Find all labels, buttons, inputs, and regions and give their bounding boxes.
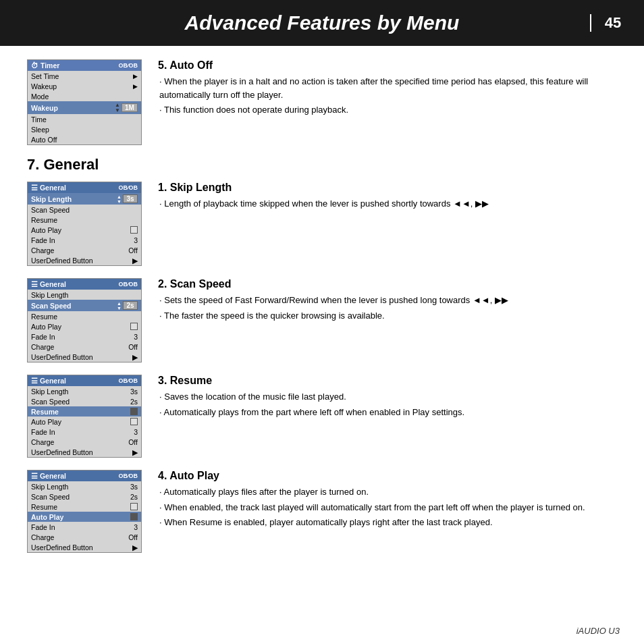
skip-length-device: ☰ General OB∕OB Skip Length ▲▼ 3s Scan S… — [27, 182, 142, 266]
scan-speed-bullet-2: · The faster the speed is the quicker br… — [158, 309, 617, 323]
resume-row-charge: ChargeOff — [28, 437, 141, 447]
scan-speed-device: ☰ General OB∕OB Skip Length Scan Speed ▲… — [27, 278, 142, 363]
scan-speed-row-scan: Scan Speed ▲▼ 2s — [28, 300, 141, 311]
scan-speed-title: 2. Scan Speed — [158, 278, 617, 290]
autoplay-bullet-3: · When Resume is enabled, player automat… — [158, 516, 617, 529]
resume-header: ☰ General OB∕OB — [28, 375, 141, 386]
timer-row-wakeup-time: Wakeup ▲▼ 1M — [28, 101, 141, 114]
skip-length-row-resume: Resume — [28, 215, 141, 225]
page-number: 45 — [590, 14, 624, 32]
scan-speed-row-charge: ChargeOff — [28, 342, 141, 352]
timer-row-wakeup1: Wakeup ▶ — [28, 81, 141, 91]
autooff-bullet-2: · This function does not operate during … — [158, 103, 617, 117]
timer-row-mode: Mode — [28, 91, 141, 101]
scan-speed-row-fadein: Fade In3 — [28, 331, 141, 342]
autoplay-row-scan: Scan Speed2s — [28, 491, 141, 502]
autooff-section: ⏱ Timer OB∕OB Set Time ▶ Wakeup ▶ Mode W… — [27, 59, 617, 145]
autooff-text: 5. Auto Off · When the player is in a ha… — [158, 59, 617, 119]
scan-speed-section: ☰ General OB∕OB Skip Length Scan Speed ▲… — [27, 278, 617, 363]
skip-length-title: 1. Skip Length — [158, 182, 617, 194]
autoplay-row-autoplay: Auto Play — [28, 512, 141, 522]
main-content: ⏱ Timer OB∕OB Set Time ▶ Wakeup ▶ Mode W… — [0, 46, 644, 579]
autoplay-header: ☰ General OB∕OB — [28, 471, 141, 481]
timer-row-time: Time — [28, 114, 141, 124]
autoplay-bullet-2: · When enabled, the track last played wi… — [158, 501, 617, 514]
footer-brand: iAUDIO U3 — [576, 626, 620, 636]
scan-speed-row-skip: Skip Length — [28, 290, 141, 300]
autoplay-device: ☰ General OB∕OB Skip Length3s Scan Speed… — [27, 470, 142, 553]
resume-row-userbtn: UserDefined Button▶ — [28, 447, 141, 457]
resume-device: ☰ General OB∕OB Skip Length3s Scan Speed… — [27, 375, 142, 458]
timer-header: ⏱ Timer OB∕OB — [28, 60, 141, 71]
resume-bullet-2: · Automatically plays from the part wher… — [158, 406, 617, 419]
skip-length-row-skip: Skip Length ▲▼ 3s — [28, 193, 141, 205]
autooff-bullet-1: · When the player is in a halt and no ac… — [158, 75, 617, 101]
skip-length-header: ☰ General OB∕OB — [28, 182, 141, 193]
autoplay-row-fadein: Fade In3 — [28, 522, 141, 532]
resume-row-fadein: Fade In3 — [28, 427, 141, 437]
skip-length-row-autoplay: Auto Play — [28, 225, 141, 235]
resume-row-autoplay: Auto Play — [28, 417, 141, 427]
resume-section: ☰ General OB∕OB Skip Length3s Scan Speed… — [27, 375, 617, 458]
timer-row-sleep: Sleep — [28, 124, 141, 134]
skip-length-row-userbtn: UserDefined Button▶ — [28, 255, 141, 265]
autoplay-row-resume: Resume — [28, 502, 141, 512]
skip-length-section: ☰ General OB∕OB Skip Length ▲▼ 3s Scan S… — [27, 182, 617, 266]
resume-text: 3. Resume · Saves the location of the mu… — [158, 375, 617, 421]
autoplay-bullet-1: · Automatically plays files after the pl… — [158, 485, 617, 499]
scan-speed-text: 2. Scan Speed · Sets the speed of Fast F… — [158, 278, 617, 324]
autoplay-row-skip: Skip Length3s — [28, 481, 141, 491]
skip-length-row-fadein: Fade In3 — [28, 235, 141, 245]
autoplay-title: 4. Auto Play — [158, 470, 617, 482]
general-subsections: ☰ General OB∕OB Skip Length ▲▼ 3s Scan S… — [27, 182, 617, 553]
timer-header-label: ⏱ Timer — [31, 61, 59, 70]
timer-row-autooff: Auto Off — [28, 134, 141, 144]
resume-title: 3. Resume — [158, 375, 617, 387]
resume-bullet-1: · Saves the location of the music file l… — [158, 390, 617, 404]
skip-length-row-charge: ChargeOff — [28, 245, 141, 255]
autoplay-row-userbtn: UserDefined Button▶ — [28, 542, 141, 552]
resume-row-scan: Scan Speed2s — [28, 396, 141, 406]
timer-row-settime: Set Time ▶ — [28, 71, 141, 81]
timer-header-icons: OB∕OB — [118, 62, 138, 69]
scan-speed-row-resume: Resume — [28, 311, 141, 321]
skip-length-row-scan: Scan Speed — [28, 205, 141, 215]
scan-speed-bullet-1: · Sets the speed of Fast Forward/Rewind … — [158, 294, 617, 307]
page-title: Advanced Features by Menu — [54, 11, 590, 34]
autoplay-section: ☰ General OB∕OB Skip Length3s Scan Speed… — [27, 470, 617, 553]
scan-speed-header: ☰ General OB∕OB — [28, 279, 141, 290]
scan-speed-row-autoplay: Auto Play — [28, 321, 141, 331]
resume-row-resume: Resume — [28, 406, 141, 417]
skip-length-text: 1. Skip Length · Length of playback time… — [158, 182, 617, 213]
autoplay-text: 4. Auto Play · Automatically plays files… — [158, 470, 617, 531]
resume-row-skip: Skip Length3s — [28, 386, 141, 396]
timer-device-screen: ⏱ Timer OB∕OB Set Time ▶ Wakeup ▶ Mode W… — [27, 59, 142, 145]
autooff-title: 5. Auto Off — [158, 59, 617, 72]
autoplay-row-charge: ChargeOff — [28, 532, 141, 542]
page-header: Advanced Features by Menu 45 — [0, 0, 644, 46]
scan-speed-row-userbtn: UserDefined Button▶ — [28, 352, 141, 362]
skip-length-bullet-1: · Length of playback time skipped when t… — [158, 197, 617, 211]
general-section-title: 7. General — [27, 156, 617, 173]
